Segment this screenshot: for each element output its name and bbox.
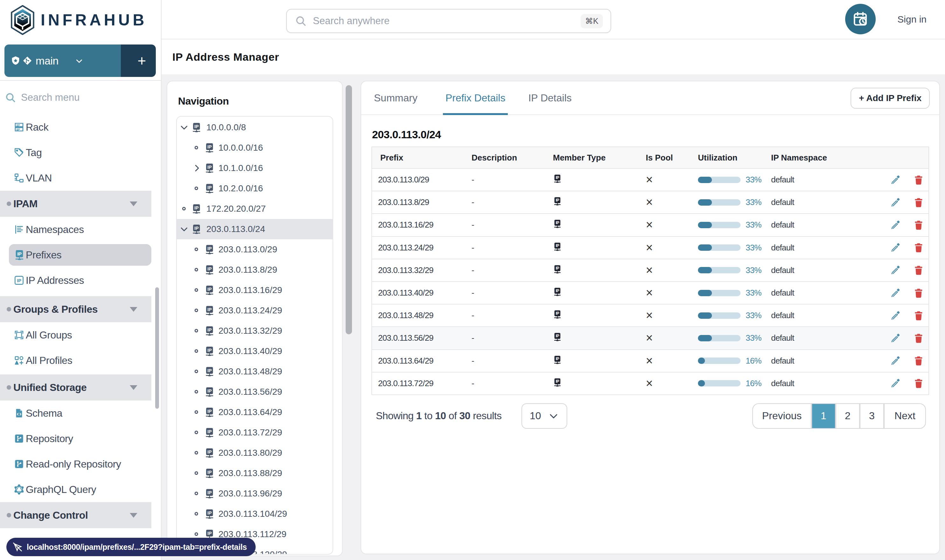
- svg-text:IP: IP: [207, 246, 211, 251]
- svg-text:IP: IP: [207, 327, 211, 332]
- svg-text:IP: IP: [207, 287, 211, 292]
- svg-text:IP: IP: [194, 124, 199, 129]
- svg-text:IP: IP: [556, 311, 559, 316]
- svg-text:IP: IP: [207, 266, 211, 271]
- svg-text:IP: IP: [556, 175, 559, 180]
- svg-text:IP: IP: [207, 511, 211, 515]
- svg-text:IP: IP: [207, 348, 211, 353]
- svg-text:IP: IP: [207, 388, 211, 394]
- svg-text:IP: IP: [207, 185, 211, 190]
- svg-text:IP: IP: [207, 307, 211, 312]
- svg-text:IP: IP: [556, 379, 559, 384]
- svg-text:IP: IP: [207, 165, 211, 170]
- svg-text:IP: IP: [207, 368, 211, 373]
- svg-text:IP: IP: [556, 221, 559, 225]
- svg-text:IP: IP: [556, 357, 559, 361]
- svg-text:IP: IP: [207, 490, 211, 495]
- svg-text:IP: IP: [556, 334, 559, 338]
- svg-text:IP: IP: [207, 409, 211, 414]
- svg-text:IP: IP: [17, 251, 22, 257]
- svg-text:IP: IP: [556, 243, 559, 248]
- svg-text:IP: IP: [207, 429, 211, 434]
- svg-text:IP: IP: [556, 289, 559, 293]
- svg-text:IP: IP: [17, 278, 21, 283]
- svg-text:IP: IP: [194, 226, 199, 231]
- svg-text:IP: IP: [207, 531, 211, 536]
- svg-text:IP: IP: [194, 205, 199, 211]
- svg-text:IP: IP: [207, 144, 211, 149]
- svg-text:IP: IP: [556, 198, 559, 203]
- svg-text:IP: IP: [207, 449, 211, 454]
- svg-text:IP: IP: [556, 266, 559, 271]
- svg-text:IP: IP: [207, 470, 211, 475]
